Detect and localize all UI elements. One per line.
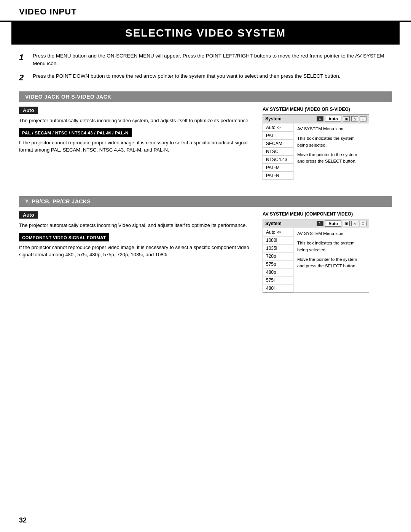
av-menu-title-2: AV SYSTEM MENU (COMPONENT VIDEO)	[263, 211, 392, 217]
menu-icon-box3: □	[360, 116, 366, 121]
menu-body-2: Auto ⇦ 1080i 1035i 720p 575p 480p 575i 4…	[263, 228, 369, 292]
menu-items-col-2: Auto ⇦ 1080i 1035i 720p 575p 480p 575i 4…	[263, 228, 293, 292]
menu-item-575i: 575i	[263, 276, 293, 284]
menu-auto-box-2: Auto	[325, 220, 341, 227]
video-jack-right: AV SYSTEM MENU (VIDEO OR S-VIDEO) System…	[263, 107, 392, 180]
menu-items-col-1: Auto ⇦ PAL SECAM NTSC NTSC4.43 PAL-M PAL…	[263, 123, 293, 180]
step-2-text: Press the POINT DOWN button to move the …	[33, 72, 340, 83]
menu-header-label-1: System	[265, 116, 315, 121]
menu-item-auto-label-2: Auto	[266, 230, 276, 235]
menu-item-secam: SECAM	[263, 140, 293, 148]
auto-description-2: The projector automatically detects inco…	[19, 222, 251, 229]
menu-item-575p: 575p	[263, 260, 293, 268]
video-jack-header: VIDEO JACK OR S-VIDEO JACK	[19, 91, 392, 102]
component-title: Y, Pb/Cb, Pr/Cr JACKS	[25, 198, 386, 204]
av-menu-diagram-1: System ↻ Auto ▣ △ □ Auto ⇦	[263, 114, 369, 180]
component-sub-header-text: COMPONENT VIDEO SIGNAL FORMAT	[22, 235, 106, 240]
menu-icon-box4: ▣	[343, 221, 350, 226]
component-description: If the projector cannot reproduce proper…	[19, 244, 251, 259]
menu-item-1080i: 1080i	[263, 236, 293, 244]
menu-icon-return: ↻	[317, 116, 323, 121]
menu-icon-return-2: ↻	[317, 221, 323, 226]
top-header: Video Input	[0, 0, 411, 22]
av-menu-diagram-2: System ↻ Auto ▣ △ □ Auto ⇦	[263, 219, 369, 293]
page-number: 32	[19, 516, 27, 524]
page-container: Video Input Selecting Video System 1 Pre…	[0, 0, 411, 532]
component-content: Auto The projector automatically detects…	[19, 211, 392, 293]
menu-item-480i: 480i	[263, 284, 293, 292]
menu-icon-box1: ▣	[343, 116, 350, 121]
video-jack-section: VIDEO JACK OR S-VIDEO JACK Auto The proj…	[19, 91, 392, 180]
menu-item-auto-label-1: Auto	[266, 125, 276, 130]
main-title-banner: Selecting Video System	[11, 22, 400, 45]
menu-body-1: Auto ⇦ PAL SECAM NTSC NTSC4.43 PAL-M PAL…	[263, 123, 369, 180]
auto-badge-1: Auto	[19, 107, 38, 114]
step-2: 2 Press the POINT DOWN button to move th…	[19, 72, 392, 83]
menu-notes-col-2: AV SYSTEM Menu icon This box indicates t…	[293, 228, 369, 292]
auto-badge-2: Auto	[19, 211, 38, 219]
video-jack-left: Auto The projector automatically detects…	[19, 107, 251, 180]
menu-arrow-1: ⇦	[277, 125, 281, 130]
menu-note3-1: Move the pointer to the system and press…	[297, 152, 365, 165]
av-menu-title-1: AV SYSTEM MENU (VIDEO OR S-VIDEO)	[263, 107, 392, 112]
menu-auto-box-1: Auto	[325, 116, 341, 122]
menu-item-auto-2: Auto ⇦	[263, 228, 293, 236]
menu-icon-box2: △	[351, 116, 358, 121]
menu-note3-2: Move the pointer to the system and press…	[297, 256, 365, 270]
menu-item-pal: PAL	[263, 132, 293, 140]
auto-description-1: The projector automatically detects inco…	[19, 117, 251, 125]
step-2-number: 2	[19, 72, 28, 83]
menu-arrow-2: ⇦	[277, 229, 281, 235]
step-1: 1 Press the MENU button and the ON-SCREE…	[19, 52, 392, 68]
pal-sub-header: PAL / SECAM / NTSC / NTSC4.43 / PAL-M / …	[19, 128, 132, 137]
menu-note1-1: AV SYSTEM Menu icon	[297, 126, 365, 132]
menu-item-auto-1: Auto ⇦	[263, 123, 293, 132]
component-sub-header: COMPONENT VIDEO SIGNAL FORMAT	[19, 233, 109, 241]
video-jack-title: VIDEO JACK OR S-VIDEO JACK	[25, 94, 386, 100]
menu-header-row-1: System ↻ Auto ▣ △ □	[263, 115, 369, 123]
pal-description: If the projector cannot reproduce proper…	[19, 139, 251, 154]
component-left: Auto The projector automatically detects…	[19, 211, 251, 293]
step-1-number: 1	[19, 52, 28, 68]
menu-item-ntsc: NTSC	[263, 148, 293, 156]
menu-notes-col-1: AV SYSTEM Menu icon This box indicates t…	[293, 123, 369, 180]
section-divider	[19, 180, 392, 188]
menu-icon-box6: □	[360, 221, 366, 226]
content-area: 1 Press the MENU button and the ON-SCREE…	[0, 45, 411, 308]
menu-item-ntsc443: NTSC4.43	[263, 156, 293, 164]
menu-note2-2: This box indicates the system being sele…	[297, 240, 365, 253]
menu-icon-box5: △	[351, 221, 358, 226]
menu-item-480p: 480p	[263, 268, 293, 276]
component-header: Y, Pb/Cb, Pr/Cr JACKS	[19, 196, 392, 207]
page-section-title: Video Input	[19, 7, 392, 17]
step-1-text: Press the MENU button and the ON-SCREEN …	[33, 52, 392, 68]
menu-note1-2: AV SYSTEM Menu icon	[297, 230, 365, 237]
menu-header-label-2: System	[265, 221, 315, 226]
menu-note2-1: This box indicates the system being sele…	[297, 135, 365, 149]
component-section: Y, Pb/Cb, Pr/Cr JACKS Auto The projector…	[19, 196, 392, 293]
menu-item-720p: 720p	[263, 252, 293, 260]
video-jack-content: Auto The projector automatically detects…	[19, 107, 392, 180]
menu-header-row-2: System ↻ Auto ▣ △ □	[263, 219, 369, 228]
menu-item-palm: PAL-M	[263, 164, 293, 172]
menu-item-paln: PAL-N	[263, 172, 293, 180]
menu-item-1035i: 1035i	[263, 244, 293, 252]
component-right: AV SYSTEM MENU (COMPONENT VIDEO) System …	[263, 211, 392, 293]
main-title: Selecting Video System	[19, 27, 392, 39]
pal-sub-header-text: PAL / SECAM / NTSC / NTSC4.43 / PAL-M / …	[22, 131, 129, 135]
